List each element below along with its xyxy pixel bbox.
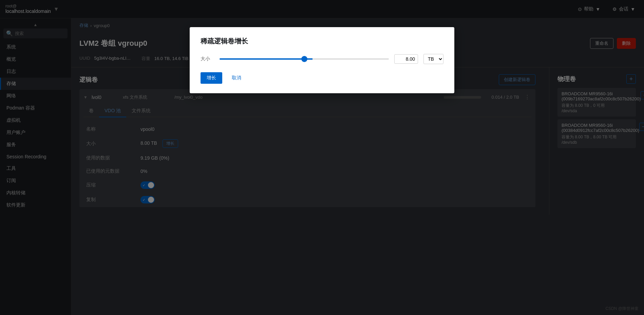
dialog-size-label: 大小 <box>201 56 214 62</box>
dialog-grow-button[interactable]: 增长 <box>201 72 222 84</box>
dialog-size-input[interactable] <box>394 54 418 64</box>
dialog-overlay: 稀疏逻辑卷增长 大小 MB GB TB 增长 取消 <box>0 0 644 315</box>
dialog-size-row: 大小 MB GB TB <box>201 54 443 64</box>
dialog-actions: 增长 取消 <box>201 72 443 84</box>
grow-dialog: 稀疏逻辑卷增长 大小 MB GB TB 增长 取消 <box>190 27 454 93</box>
dialog-size-slider[interactable] <box>220 58 389 60</box>
dialog-unit-select[interactable]: MB GB TB <box>423 54 443 64</box>
dialog-cancel-button[interactable]: 取消 <box>226 72 247 84</box>
dialog-title: 稀疏逻辑卷增长 <box>201 37 443 46</box>
